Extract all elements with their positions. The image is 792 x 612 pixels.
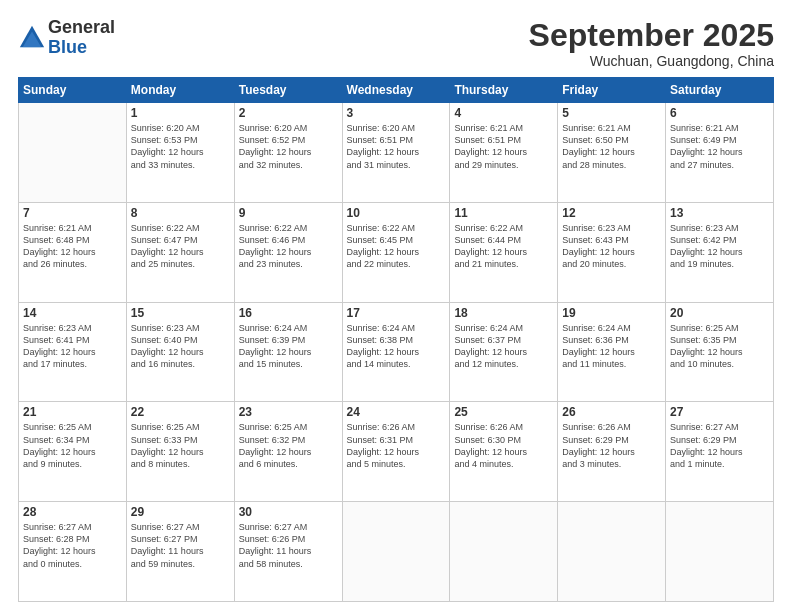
location: Wuchuan, Guangdong, China	[529, 53, 774, 69]
day-info: Sunrise: 6:27 AM Sunset: 6:29 PM Dayligh…	[670, 421, 769, 470]
day-number: 9	[239, 206, 338, 220]
table-row: 11Sunrise: 6:22 AM Sunset: 6:44 PM Dayli…	[450, 202, 558, 302]
col-sunday: Sunday	[19, 78, 127, 103]
day-number: 14	[23, 306, 122, 320]
day-info: Sunrise: 6:21 AM Sunset: 6:48 PM Dayligh…	[23, 222, 122, 271]
table-row: 6Sunrise: 6:21 AM Sunset: 6:49 PM Daylig…	[666, 103, 774, 203]
table-row: 12Sunrise: 6:23 AM Sunset: 6:43 PM Dayli…	[558, 202, 666, 302]
day-number: 6	[670, 106, 769, 120]
table-row	[558, 502, 666, 602]
day-info: Sunrise: 6:25 AM Sunset: 6:35 PM Dayligh…	[670, 322, 769, 371]
table-row: 23Sunrise: 6:25 AM Sunset: 6:32 PM Dayli…	[234, 402, 342, 502]
day-info: Sunrise: 6:27 AM Sunset: 6:28 PM Dayligh…	[23, 521, 122, 570]
table-row: 16Sunrise: 6:24 AM Sunset: 6:39 PM Dayli…	[234, 302, 342, 402]
table-row: 2Sunrise: 6:20 AM Sunset: 6:52 PM Daylig…	[234, 103, 342, 203]
day-info: Sunrise: 6:25 AM Sunset: 6:33 PM Dayligh…	[131, 421, 230, 470]
col-tuesday: Tuesday	[234, 78, 342, 103]
table-row	[342, 502, 450, 602]
day-info: Sunrise: 6:24 AM Sunset: 6:38 PM Dayligh…	[347, 322, 446, 371]
day-number: 11	[454, 206, 553, 220]
day-number: 29	[131, 505, 230, 519]
day-info: Sunrise: 6:24 AM Sunset: 6:37 PM Dayligh…	[454, 322, 553, 371]
col-wednesday: Wednesday	[342, 78, 450, 103]
table-row: 7Sunrise: 6:21 AM Sunset: 6:48 PM Daylig…	[19, 202, 127, 302]
table-row: 22Sunrise: 6:25 AM Sunset: 6:33 PM Dayli…	[126, 402, 234, 502]
table-row	[450, 502, 558, 602]
table-row: 8Sunrise: 6:22 AM Sunset: 6:47 PM Daylig…	[126, 202, 234, 302]
day-number: 22	[131, 405, 230, 419]
calendar-week-row: 21Sunrise: 6:25 AM Sunset: 6:34 PM Dayli…	[19, 402, 774, 502]
page: General Blue September 2025 Wuchuan, Gua…	[0, 0, 792, 612]
header: General Blue September 2025 Wuchuan, Gua…	[18, 18, 774, 69]
day-number: 8	[131, 206, 230, 220]
day-number: 17	[347, 306, 446, 320]
calendar-week-row: 14Sunrise: 6:23 AM Sunset: 6:41 PM Dayli…	[19, 302, 774, 402]
table-row: 4Sunrise: 6:21 AM Sunset: 6:51 PM Daylig…	[450, 103, 558, 203]
table-row: 1Sunrise: 6:20 AM Sunset: 6:53 PM Daylig…	[126, 103, 234, 203]
day-number: 7	[23, 206, 122, 220]
day-number: 12	[562, 206, 661, 220]
day-number: 26	[562, 405, 661, 419]
calendar-table: Sunday Monday Tuesday Wednesday Thursday…	[18, 77, 774, 602]
table-row: 5Sunrise: 6:21 AM Sunset: 6:50 PM Daylig…	[558, 103, 666, 203]
day-info: Sunrise: 6:21 AM Sunset: 6:49 PM Dayligh…	[670, 122, 769, 171]
calendar-header-row: Sunday Monday Tuesday Wednesday Thursday…	[19, 78, 774, 103]
table-row: 10Sunrise: 6:22 AM Sunset: 6:45 PM Dayli…	[342, 202, 450, 302]
day-info: Sunrise: 6:23 AM Sunset: 6:41 PM Dayligh…	[23, 322, 122, 371]
day-info: Sunrise: 6:24 AM Sunset: 6:39 PM Dayligh…	[239, 322, 338, 371]
day-number: 3	[347, 106, 446, 120]
day-number: 13	[670, 206, 769, 220]
table-row: 18Sunrise: 6:24 AM Sunset: 6:37 PM Dayli…	[450, 302, 558, 402]
day-number: 1	[131, 106, 230, 120]
col-monday: Monday	[126, 78, 234, 103]
day-info: Sunrise: 6:25 AM Sunset: 6:34 PM Dayligh…	[23, 421, 122, 470]
col-friday: Friday	[558, 78, 666, 103]
table-row: 15Sunrise: 6:23 AM Sunset: 6:40 PM Dayli…	[126, 302, 234, 402]
table-row	[666, 502, 774, 602]
logo-general-text: General	[48, 18, 115, 38]
day-number: 30	[239, 505, 338, 519]
day-info: Sunrise: 6:23 AM Sunset: 6:42 PM Dayligh…	[670, 222, 769, 271]
col-saturday: Saturday	[666, 78, 774, 103]
day-info: Sunrise: 6:24 AM Sunset: 6:36 PM Dayligh…	[562, 322, 661, 371]
logo-text: General Blue	[48, 18, 115, 58]
col-thursday: Thursday	[450, 78, 558, 103]
day-number: 16	[239, 306, 338, 320]
day-number: 4	[454, 106, 553, 120]
calendar-week-row: 28Sunrise: 6:27 AM Sunset: 6:28 PM Dayli…	[19, 502, 774, 602]
day-info: Sunrise: 6:27 AM Sunset: 6:26 PM Dayligh…	[239, 521, 338, 570]
table-row: 26Sunrise: 6:26 AM Sunset: 6:29 PM Dayli…	[558, 402, 666, 502]
logo: General Blue	[18, 18, 115, 58]
logo-icon	[18, 24, 46, 52]
day-info: Sunrise: 6:23 AM Sunset: 6:40 PM Dayligh…	[131, 322, 230, 371]
day-number: 21	[23, 405, 122, 419]
day-number: 25	[454, 405, 553, 419]
day-info: Sunrise: 6:21 AM Sunset: 6:51 PM Dayligh…	[454, 122, 553, 171]
table-row: 20Sunrise: 6:25 AM Sunset: 6:35 PM Dayli…	[666, 302, 774, 402]
month-title: September 2025	[529, 18, 774, 53]
day-info: Sunrise: 6:22 AM Sunset: 6:46 PM Dayligh…	[239, 222, 338, 271]
table-row: 27Sunrise: 6:27 AM Sunset: 6:29 PM Dayli…	[666, 402, 774, 502]
calendar-week-row: 7Sunrise: 6:21 AM Sunset: 6:48 PM Daylig…	[19, 202, 774, 302]
title-block: September 2025 Wuchuan, Guangdong, China	[529, 18, 774, 69]
day-number: 19	[562, 306, 661, 320]
table-row: 25Sunrise: 6:26 AM Sunset: 6:30 PM Dayli…	[450, 402, 558, 502]
day-info: Sunrise: 6:26 AM Sunset: 6:30 PM Dayligh…	[454, 421, 553, 470]
table-row: 17Sunrise: 6:24 AM Sunset: 6:38 PM Dayli…	[342, 302, 450, 402]
day-number: 5	[562, 106, 661, 120]
table-row: 3Sunrise: 6:20 AM Sunset: 6:51 PM Daylig…	[342, 103, 450, 203]
day-number: 27	[670, 405, 769, 419]
day-info: Sunrise: 6:22 AM Sunset: 6:45 PM Dayligh…	[347, 222, 446, 271]
day-number: 20	[670, 306, 769, 320]
table-row: 19Sunrise: 6:24 AM Sunset: 6:36 PM Dayli…	[558, 302, 666, 402]
day-number: 23	[239, 405, 338, 419]
table-row: 29Sunrise: 6:27 AM Sunset: 6:27 PM Dayli…	[126, 502, 234, 602]
day-number: 10	[347, 206, 446, 220]
day-info: Sunrise: 6:22 AM Sunset: 6:44 PM Dayligh…	[454, 222, 553, 271]
table-row: 28Sunrise: 6:27 AM Sunset: 6:28 PM Dayli…	[19, 502, 127, 602]
day-number: 2	[239, 106, 338, 120]
table-row: 30Sunrise: 6:27 AM Sunset: 6:26 PM Dayli…	[234, 502, 342, 602]
table-row: 24Sunrise: 6:26 AM Sunset: 6:31 PM Dayli…	[342, 402, 450, 502]
day-number: 18	[454, 306, 553, 320]
table-row	[19, 103, 127, 203]
